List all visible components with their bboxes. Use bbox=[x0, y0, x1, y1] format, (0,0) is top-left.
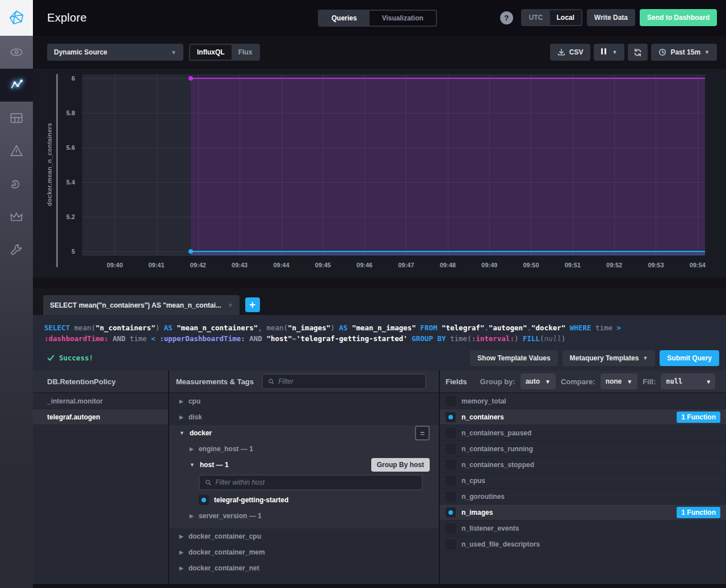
checkbox-unchecked[interactable] bbox=[446, 460, 456, 470]
language-flux[interactable]: Flux bbox=[232, 45, 259, 60]
checkbox-dot bbox=[202, 498, 206, 502]
tab-queries[interactable]: Queries bbox=[319, 11, 370, 26]
plot-area[interactable] bbox=[82, 74, 705, 255]
field-item[interactable]: n_images1 Function bbox=[440, 505, 726, 520]
field-item[interactable]: n_cpus bbox=[440, 473, 726, 489]
checkbox-unchecked[interactable] bbox=[446, 476, 456, 486]
measurement-item[interactable]: ▶docker_container_mem bbox=[169, 544, 439, 560]
crown-icon bbox=[9, 209, 24, 224]
timezone-local[interactable]: Local bbox=[550, 10, 581, 25]
refresh-icon bbox=[633, 48, 642, 57]
function-count-badge[interactable]: 1 Function bbox=[677, 411, 720, 423]
show-template-values-button[interactable]: Show Template Values bbox=[470, 350, 557, 366]
field-item[interactable]: n_listener_events bbox=[440, 520, 726, 536]
chevron-down-icon: ▼ bbox=[612, 49, 617, 55]
csv-download-button[interactable]: CSV bbox=[550, 44, 591, 61]
pause-button[interactable]: ▼ bbox=[594, 44, 624, 61]
explore-toolbar: Dynamic Source ▼ InfluxQL Flux CSV ▼ bbox=[33, 36, 726, 69]
database-item[interactable]: telegraf.autogen bbox=[33, 409, 168, 425]
field-item[interactable]: n_containers_paused bbox=[440, 425, 726, 441]
dashboard-grid-icon bbox=[9, 111, 24, 125]
refresh-button[interactable] bbox=[628, 44, 648, 61]
sidebar-item-data-explorer[interactable] bbox=[0, 69, 33, 102]
source-dropdown-value: Dynamic Source bbox=[54, 48, 107, 56]
add-query-button[interactable]: + bbox=[245, 297, 260, 312]
tag-filter-input[interactable] bbox=[215, 478, 417, 486]
fields-column: Fields Group by: auto ▼ Compare: none ▼ … bbox=[440, 371, 726, 584]
chevron-down-icon: ▼ bbox=[540, 379, 551, 385]
field-item[interactable]: n_used_file_descriptors bbox=[440, 536, 726, 552]
checkbox-checked[interactable] bbox=[446, 412, 456, 422]
measurement-filter-input[interactable] bbox=[278, 377, 420, 385]
field-item[interactable]: n_containers1 Function bbox=[440, 409, 726, 425]
y-axis-ticks: 65.85.65.45.25 bbox=[33, 74, 79, 255]
sidebar-nav bbox=[0, 36, 33, 588]
field-item[interactable]: n_goroutines bbox=[440, 489, 726, 505]
field-item[interactable]: n_containers_stopped bbox=[440, 457, 726, 473]
x-tick-label: 09:54 bbox=[690, 262, 706, 268]
field-item[interactable]: n_containers_running bbox=[440, 441, 726, 457]
help-icon[interactable]: ? bbox=[500, 11, 513, 24]
language-influxql[interactable]: InfluxQL bbox=[190, 45, 232, 60]
checkbox-checked[interactable] bbox=[199, 495, 209, 505]
measurement-tree: ▶cpu▶disk▼docker=▶engine_host — 1▼host —… bbox=[169, 393, 439, 576]
measurement-item[interactable]: ▶cpu bbox=[169, 393, 439, 409]
group-by-value: auto bbox=[526, 377, 540, 385]
measurement-item[interactable]: ▶docker_container_cpu bbox=[169, 528, 439, 544]
checkbox-unchecked[interactable] bbox=[446, 492, 456, 502]
x-tick-label: 09:42 bbox=[190, 262, 206, 268]
checkbox-unchecked[interactable] bbox=[446, 444, 456, 454]
timezone-utc[interactable]: UTC bbox=[522, 10, 550, 25]
checkbox-unchecked[interactable] bbox=[446, 539, 456, 549]
measurement-item[interactable]: ▼docker= bbox=[169, 425, 439, 441]
database-column-header: DB.RetentionPolicy bbox=[33, 371, 168, 393]
chronograf-logo[interactable] bbox=[0, 0, 33, 36]
fill-dropdown[interactable]: null ▼ bbox=[661, 373, 715, 389]
function-count-badge[interactable]: 1 Function bbox=[677, 507, 720, 518]
fill-label: Fill: bbox=[643, 377, 656, 386]
source-dropdown[interactable]: Dynamic Source ▼ bbox=[47, 44, 183, 61]
query-tab[interactable]: SELECT mean("n_containers") AS "mean_n_c… bbox=[43, 295, 240, 315]
group-by-dropdown[interactable]: auto ▼ bbox=[521, 373, 556, 389]
close-icon[interactable]: × bbox=[228, 301, 233, 309]
hand-icon bbox=[9, 177, 24, 191]
group-by-host-button[interactable]: Group By host bbox=[371, 458, 430, 472]
field-label: n_containers_stopped bbox=[461, 461, 534, 469]
write-data-button[interactable]: Write Data bbox=[587, 9, 635, 26]
series-line-mean_n_containers bbox=[191, 78, 705, 79]
tag-key-item[interactable]: ▶server_version — 1 bbox=[169, 508, 439, 524]
tag-key-label: host — 1 bbox=[200, 461, 229, 469]
tag-filter-box bbox=[199, 474, 423, 490]
measurement-item[interactable]: ▶disk bbox=[169, 409, 439, 425]
checkbox-dot bbox=[448, 510, 453, 515]
checkbox-unchecked[interactable] bbox=[446, 428, 456, 438]
checkbox-unchecked[interactable] bbox=[446, 396, 456, 406]
code-line: :dashboardTime: AND time < :upperDashboa… bbox=[44, 333, 715, 344]
tag-key-item[interactable]: ▶engine_host — 1 bbox=[169, 441, 439, 457]
tag-key-item[interactable]: ▼host — 1Group By host bbox=[169, 457, 439, 473]
tag-value-item[interactable]: telegraf-getting-started bbox=[169, 492, 439, 508]
sidebar-item-integrations[interactable] bbox=[0, 167, 33, 200]
measurements-header-label: Measurements & Tags bbox=[176, 377, 254, 386]
field-item[interactable]: memory_total bbox=[440, 393, 726, 409]
checkbox-checked[interactable] bbox=[446, 507, 456, 518]
tab-visualization[interactable]: Visualization bbox=[370, 11, 436, 26]
sidebar-item-alerting[interactable] bbox=[0, 135, 33, 167]
compare-dropdown[interactable]: none ▼ bbox=[601, 373, 638, 389]
equals-filter-button[interactable]: = bbox=[415, 426, 430, 440]
time-range-dropdown[interactable]: Past 15m ▼ bbox=[651, 44, 717, 61]
metaquery-templates-dropdown[interactable]: Metaquery Templates ▼ bbox=[563, 350, 656, 366]
measurement-item[interactable]: ▶docker_container_net bbox=[169, 560, 439, 576]
database-item[interactable]: _internal.monitor bbox=[33, 393, 168, 409]
checkbox-unchecked[interactable] bbox=[446, 523, 456, 534]
sidebar-item-status[interactable] bbox=[0, 36, 33, 69]
submit-query-button[interactable]: Submit Query bbox=[660, 350, 719, 366]
sidebar-item-admin[interactable] bbox=[0, 200, 33, 233]
series-fill-mean_n_containers bbox=[191, 78, 705, 255]
query-code-editor[interactable]: SELECT mean("n_containers") AS "mean_n_c… bbox=[33, 315, 726, 348]
send-to-dashboard-button[interactable]: Send to Dashboard bbox=[640, 9, 717, 26]
sidebar-item-configuration[interactable] bbox=[0, 233, 33, 266]
tag-value-filter bbox=[169, 473, 439, 492]
x-tick-label: 09:52 bbox=[606, 262, 622, 268]
sidebar-item-dashboards[interactable] bbox=[0, 102, 33, 135]
